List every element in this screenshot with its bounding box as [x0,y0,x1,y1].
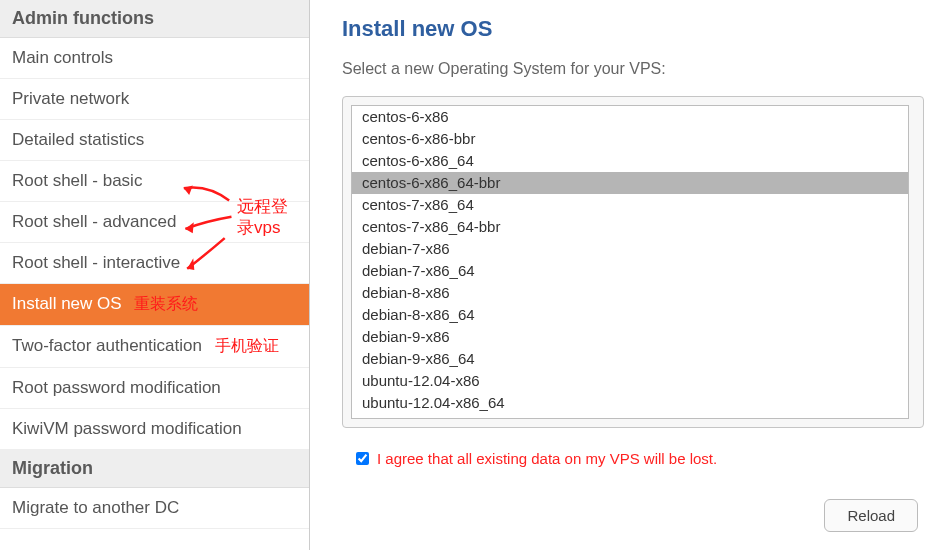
sidebar-item-label: Migrate to another DC [12,498,179,517]
sidebar-item-install-new-os[interactable]: Install new OS 重装系统 [0,284,309,326]
annotation-reinstall-system: 重装系统 [134,295,198,312]
sidebar-item-label: Root shell - advanced [12,212,176,231]
os-option[interactable]: centos-6-x86 [352,106,908,128]
sidebar-item-label: Private network [12,89,129,108]
os-option[interactable]: centos-6-x86-bbr [352,128,908,150]
sidebar-item-label: Two-factor authentication [12,336,202,355]
os-option[interactable]: debian-7-x86 [352,238,908,260]
annotation-phone-verification: 手机验证 [215,337,279,354]
sidebar-item-main-controls[interactable]: Main controls [0,38,309,79]
sidebar-item-label: Detailed statistics [12,130,144,149]
os-option[interactable]: debian-9-x86 [352,326,908,348]
sidebar-section-header-admin-functions: Admin functions [0,0,309,38]
sidebar-item-root-shell-interactive[interactable]: Root shell - interactive [0,243,309,284]
agree-label[interactable]: I agree that all existing data on my VPS… [377,450,717,467]
sidebar-item-label: KiwiVM password modification [12,419,242,438]
sidebar-item-label: Root password modification [12,378,221,397]
os-option[interactable]: centos-6-x86_64-bbr [352,172,908,194]
agree-checkbox[interactable] [356,452,369,465]
sidebar-item-kiwivm-password-modification[interactable]: KiwiVM password modification [0,409,309,450]
reload-button[interactable]: Reload [824,499,918,532]
agree-row: I agree that all existing data on my VPS… [342,428,940,467]
sidebar-item-detailed-statistics[interactable]: Detailed statistics [0,120,309,161]
os-list-container: centos-6-x86centos-6-x86-bbrcentos-6-x86… [342,96,924,428]
os-option[interactable]: debian-8-x86_64 [352,304,908,326]
sidebar: Admin functions Main controls Private ne… [0,0,310,550]
os-select-list[interactable]: centos-6-x86centos-6-x86-bbrcentos-6-x86… [351,105,909,419]
os-option[interactable]: ubuntu-12.04-x86 [352,370,908,392]
sidebar-item-root-shell-basic[interactable]: Root shell - basic [0,161,309,202]
sidebar-item-label: Root shell - basic [12,171,142,190]
os-option[interactable]: centos-7-x86_64 [352,194,908,216]
sidebar-item-root-password-modification[interactable]: Root password modification [0,368,309,409]
sidebar-item-label: Root shell - interactive [12,253,180,272]
page-subtitle: Select a new Operating System for your V… [342,52,940,96]
sidebar-item-migrate-to-another-dc[interactable]: Migrate to another DC [0,488,309,529]
os-option[interactable]: debian-9-x86_64 [352,348,908,370]
os-option[interactable]: ubuntu-14.04-x86 [352,414,908,419]
sidebar-item-root-shell-advanced[interactable]: Root shell - advanced [0,202,309,243]
os-option[interactable]: debian-8-x86 [352,282,908,304]
os-option[interactable]: centos-7-x86_64-bbr [352,216,908,238]
page-title: Install new OS [342,0,940,52]
sidebar-item-label: Main controls [12,48,113,67]
os-option[interactable]: ubuntu-12.04-x86_64 [352,392,908,414]
sidebar-item-label: Install new OS [12,294,122,313]
sidebar-item-private-network[interactable]: Private network [0,79,309,120]
sidebar-section-header-migration: Migration [0,450,309,488]
sidebar-item-two-factor-authentication[interactable]: Two-factor authentication 手机验证 [0,326,309,368]
os-option[interactable]: centos-6-x86_64 [352,150,908,172]
main-panel: Install new OS Select a new Operating Sy… [310,0,940,550]
os-option[interactable]: debian-7-x86_64 [352,260,908,282]
